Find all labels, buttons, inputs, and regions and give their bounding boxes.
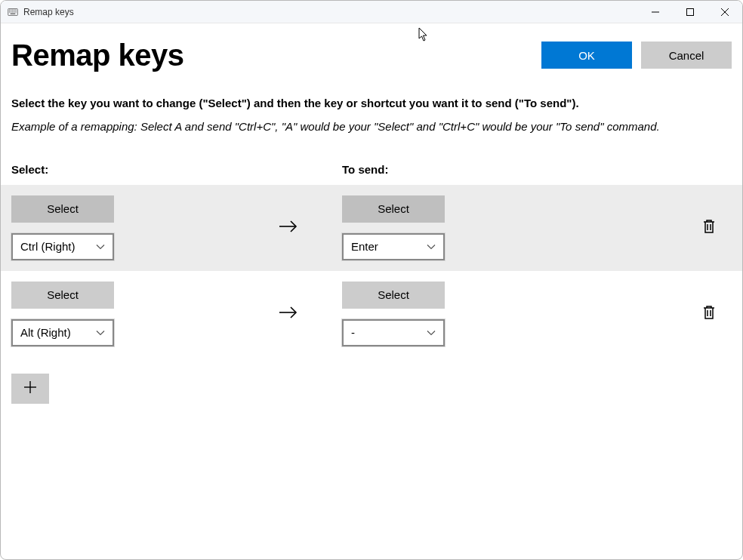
svg-rect-7 (11, 11, 11, 12)
ok-button[interactable]: OK (541, 42, 632, 69)
arrow-right-icon (278, 216, 299, 240)
target-key-dropdown[interactable]: - (342, 319, 445, 346)
svg-rect-1 (9, 9, 10, 10)
chevron-down-icon (96, 244, 105, 250)
delete-cell (686, 214, 732, 242)
minimize-button[interactable] (638, 1, 673, 23)
target-select-button[interactable]: Select (342, 195, 445, 223)
column-headers: Select: To send: (1, 136, 742, 185)
svg-rect-10 (15, 11, 16, 12)
add-row (1, 357, 742, 420)
svg-rect-8 (12, 11, 13, 12)
source-cell: Select Alt (Right) (11, 282, 215, 346)
target-key-value: - (351, 326, 355, 339)
svg-rect-6 (9, 11, 10, 12)
header-select: Select: (11, 163, 342, 176)
delete-row-button[interactable] (697, 300, 721, 328)
chevron-down-icon (427, 330, 436, 336)
svg-rect-2 (11, 9, 11, 10)
target-key-dropdown[interactable]: Enter (342, 233, 445, 260)
source-select-button[interactable]: Select (11, 282, 114, 309)
source-key-value: Alt (Right) (20, 326, 71, 339)
titlebar: Remap keys (1, 1, 742, 23)
svg-rect-5 (15, 9, 16, 10)
svg-rect-13 (687, 9, 694, 16)
page-title: Remap keys (11, 38, 183, 72)
svg-rect-11 (11, 13, 16, 14)
source-select-button[interactable]: Select (11, 195, 114, 223)
maximize-button[interactable] (673, 1, 708, 23)
source-key-dropdown[interactable]: Alt (Right) (11, 319, 114, 346)
svg-rect-9 (14, 11, 14, 12)
plus-icon (23, 380, 38, 397)
keyboard-icon (7, 6, 19, 18)
delete-row-button[interactable] (697, 214, 721, 242)
svg-rect-3 (12, 9, 13, 10)
window-controls (638, 1, 742, 23)
chevron-down-icon (427, 244, 436, 250)
source-key-dropdown[interactable]: Ctrl (Right) (11, 233, 114, 260)
arrow-cell (215, 302, 342, 326)
add-remap-button[interactable] (11, 374, 49, 404)
svg-rect-4 (14, 9, 14, 10)
close-button[interactable] (708, 1, 742, 23)
description-bold: Select the key you want to change ("Sele… (11, 97, 732, 109)
cancel-button[interactable]: Cancel (641, 42, 732, 69)
source-cell: Select Ctrl (Right) (11, 195, 215, 260)
window-title: Remap keys (23, 7, 638, 17)
remap-row: Select Ctrl (Right) Select Enter (1, 185, 742, 271)
chevron-down-icon (96, 330, 105, 336)
trash-icon (701, 312, 717, 323)
action-buttons: OK Cancel (541, 42, 732, 69)
header-to-send: To send: (342, 163, 388, 176)
source-key-value: Ctrl (Right) (20, 240, 76, 253)
description-example: Example of a remapping: Select A and sen… (11, 118, 732, 136)
target-key-value: Enter (351, 240, 378, 253)
description: Select the key you want to change ("Sele… (1, 80, 742, 136)
delete-cell (686, 300, 732, 328)
trash-icon (701, 226, 717, 237)
target-cell: Select - (342, 282, 686, 346)
target-cell: Select Enter (342, 195, 686, 260)
header: Remap keys OK Cancel (1, 23, 742, 80)
arrow-right-icon (278, 302, 299, 326)
remap-row: Select Alt (Right) Select - (1, 271, 742, 357)
target-select-button[interactable]: Select (342, 282, 445, 309)
arrow-cell (215, 216, 342, 240)
